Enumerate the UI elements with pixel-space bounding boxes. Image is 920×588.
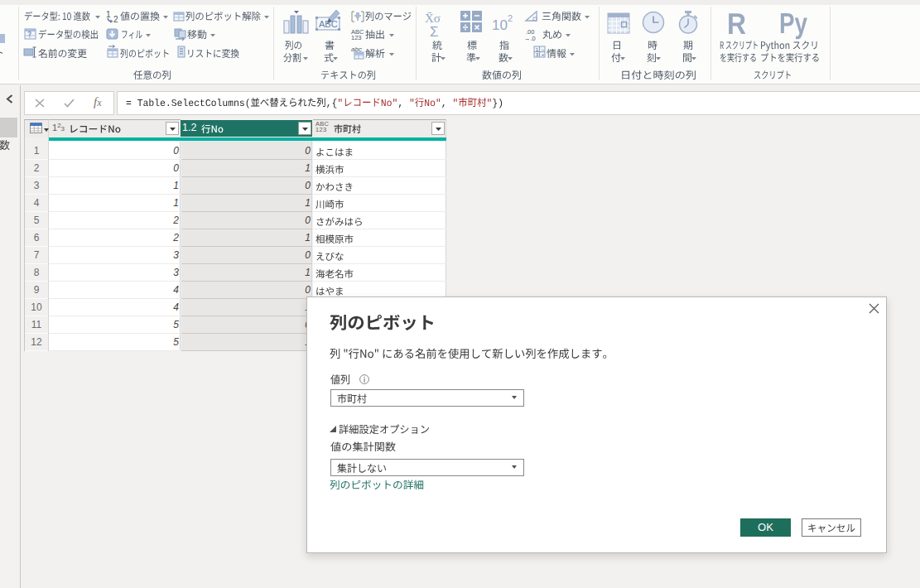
- svg-text:?: ?: [27, 30, 31, 38]
- svg-text:+: +: [542, 52, 544, 57]
- svg-text:→.0: →.0: [524, 35, 536, 42]
- svg-text:1: 1: [536, 47, 538, 52]
- svg-text:X̄σ: X̄σ: [425, 12, 441, 25]
- svg-text:123: 123: [351, 34, 362, 41]
- svg-text:1: 1: [106, 10, 111, 19]
- svg-text:10: 10: [492, 17, 508, 33]
- svg-text:Σ: Σ: [430, 24, 439, 40]
- svg-text:−: −: [542, 47, 544, 52]
- svg-text:2: 2: [508, 13, 513, 23]
- svg-text:2: 2: [113, 15, 118, 24]
- svg-text:3: 3: [536, 52, 538, 57]
